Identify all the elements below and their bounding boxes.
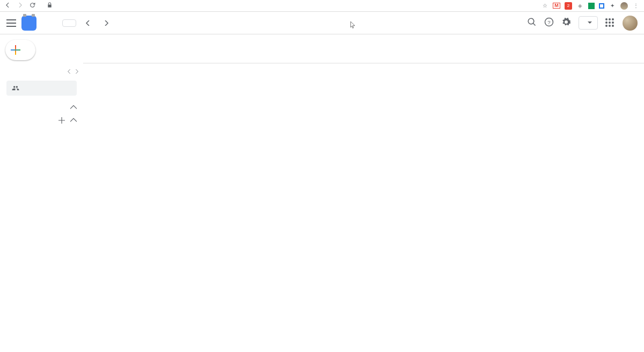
chevron-up-icon <box>70 104 77 111</box>
search-icon[interactable] <box>527 17 537 29</box>
ext-icon-4[interactable] <box>599 3 604 9</box>
my-calendars-header[interactable] <box>0 101 83 114</box>
browser-back-icon[interactable] <box>4 2 11 10</box>
next-period-button[interactable] <box>100 17 113 30</box>
account-avatar[interactable] <box>623 16 638 31</box>
browser-address-bar: ☆ M 2 ◈ ✦ ⋮ <box>0 0 644 12</box>
search-people-input[interactable] <box>6 81 77 96</box>
browser-reload-icon[interactable] <box>29 2 36 10</box>
app-header: ? <box>0 12 644 34</box>
sidebar <box>0 34 83 352</box>
calendar-grid <box>83 34 644 352</box>
mini-next-icon[interactable] <box>75 68 79 75</box>
extensions-icon[interactable]: ✦ <box>609 2 616 10</box>
ext-icon-2[interactable]: ◈ <box>576 2 584 10</box>
gmail-ext-icon[interactable]: M <box>553 3 560 9</box>
prev-period-button[interactable] <box>82 17 94 30</box>
create-button[interactable] <box>5 40 35 60</box>
ext-icon-3[interactable] <box>588 3 595 9</box>
other-calendars-header[interactable] <box>0 114 83 127</box>
add-calendar-icon[interactable] <box>58 117 65 124</box>
settings-icon[interactable] <box>561 17 571 29</box>
main-menu-icon[interactable] <box>6 19 16 27</box>
google-apps-icon[interactable] <box>605 18 615 28</box>
help-icon[interactable]: ? <box>544 17 554 29</box>
allday-row[interactable] <box>83 63 644 71</box>
chevron-up-icon <box>70 117 77 124</box>
view-selector-button[interactable] <box>579 16 598 30</box>
today-button[interactable] <box>62 19 76 27</box>
star-icon[interactable]: ☆ <box>541 2 548 10</box>
svg-text:?: ? <box>547 19 551 25</box>
ext-icon-1[interactable]: 2 <box>565 2 572 10</box>
browser-profile-avatar[interactable] <box>620 2 628 10</box>
calendar-logo <box>21 16 36 31</box>
browser-forward-icon[interactable] <box>17 2 24 10</box>
mini-prev-icon[interactable] <box>67 68 71 75</box>
time-grid-scroll[interactable] <box>83 71 644 352</box>
browser-menu-icon[interactable]: ⋮ <box>632 2 640 10</box>
lock-icon <box>47 2 53 9</box>
people-icon <box>12 84 19 92</box>
plus-icon <box>10 44 21 56</box>
